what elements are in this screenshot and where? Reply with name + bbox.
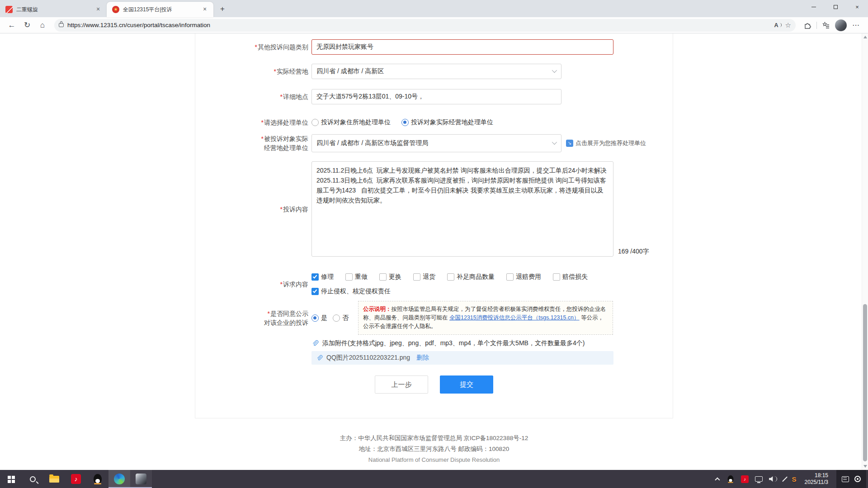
action-center-icon[interactable]: [842, 476, 849, 482]
recommend-handler-hint[interactable]: ↘ 点击展开为您推荐处理单位: [566, 139, 646, 147]
complaint-form: *其他投诉问题类别 无原因封禁玩家账号 *实际经营地 四川省 / 成都市 / 高…: [195, 33, 673, 418]
address-bar[interactable]: https://www.12315.cn/cuser/portal/tscase…: [54, 19, 796, 32]
close-button[interactable]: ×: [846, 0, 868, 14]
checkbox-icon[interactable]: [345, 273, 353, 281]
maximize-button[interactable]: [825, 0, 846, 14]
extensions-icon[interactable]: [801, 19, 814, 32]
radio-icon[interactable]: [401, 119, 409, 126]
business-place-select[interactable]: 四川省 / 成都市 / 高新区: [311, 64, 561, 79]
publicity-platform-link[interactable]: 全国12315消费投诉信息公示平台（tsgs.12315.cn）: [449, 314, 580, 321]
taskbar-qq[interactable]: [87, 470, 108, 488]
demand-checkbox-replace[interactable]: 更换: [379, 273, 401, 281]
page-footer: 主办：中华人民共和国国家市场监督管理总局 京ICP备18022388号-12 地…: [0, 433, 868, 465]
checkbox-icon[interactable]: [506, 273, 514, 281]
record-target-icon[interactable]: [854, 476, 861, 482]
tab-title: 二重螺旋: [16, 6, 90, 14]
new-tab-button[interactable]: +: [216, 3, 229, 16]
complaint-content-textarea[interactable]: 2025.11.2日晚上6点 玩家上号发现账户被莫名封禁 询问客服未给出合理原因…: [311, 161, 613, 257]
field-label: *被投诉对象实际 经营地处理单位: [195, 134, 311, 152]
browser-toolbar: ← ↻ ⌂ https://www.12315.cn/cuser/portal/…: [0, 17, 868, 33]
profile-avatar[interactable]: [835, 19, 847, 31]
demand-checkbox-repair[interactable]: 修理: [311, 273, 334, 281]
radio-icon[interactable]: [333, 314, 340, 322]
tray-netease-icon[interactable]: ♪: [741, 475, 749, 483]
minimize-button[interactable]: [803, 0, 825, 14]
delete-file-link[interactable]: 删除: [416, 354, 429, 362]
checkbox-icon[interactable]: [311, 273, 319, 281]
start-button[interactable]: [0, 470, 22, 488]
pen-input-icon[interactable]: [782, 476, 788, 482]
checkbox-icon[interactable]: [413, 273, 420, 281]
game-app-icon: [136, 474, 146, 484]
demand-checkbox-stop-infringement[interactable]: 停止侵权、核定侵权责任: [311, 287, 391, 296]
paperclip-icon: [311, 340, 319, 347]
taskbar-edge-browser[interactable]: [108, 470, 130, 488]
publicity-yes-radio[interactable]: 是: [311, 314, 327, 322]
detailed-address-input[interactable]: 交子大道575号2栋13层01、09-10号，: [311, 89, 561, 104]
steam-tool-icon[interactable]: S: [792, 475, 796, 483]
favorites-collections-icon[interactable]: [820, 19, 832, 32]
handler-unit-select[interactable]: 四川省 / 成都市 / 高新区市场监督管理局: [311, 134, 561, 152]
tab-12315-platform[interactable]: ★ 全国12315平台|投诉 ×: [107, 2, 213, 17]
add-attachment-button[interactable]: 添加附件(支持格式jpg、jpeg、png、pdf、mp3、mp4，单个文件最大…: [311, 339, 585, 347]
tab-close-icon[interactable]: ×: [94, 5, 102, 14]
demand-checkbox-redo[interactable]: 重做: [345, 273, 368, 281]
netease-music-icon: ♪: [71, 474, 81, 484]
footer-organizer: 主办：中华人民共和国国家市场监督管理总局 京ICP备18022388号-12: [0, 433, 868, 444]
tab2-favicon: ★: [112, 6, 119, 13]
publicity-no-radio[interactable]: 否: [333, 314, 349, 322]
checkbox-icon[interactable]: [553, 273, 560, 281]
demand-checkbox-return[interactable]: 退货: [413, 273, 435, 281]
tray-expand-chevron-icon[interactable]: [715, 477, 720, 482]
url-text[interactable]: https://www.12315.cn/cuser/portal/tscase…: [67, 22, 771, 28]
attached-file-name: QQ图片20251102203221.png: [326, 354, 410, 362]
demand-checkbox-compensate[interactable]: 赔偿损失: [553, 273, 588, 281]
checkbox-icon[interactable]: [447, 273, 454, 281]
tray-qq-icon[interactable]: [728, 475, 734, 483]
home-button[interactable]: ⌂: [36, 19, 49, 32]
taskbar-clock[interactable]: 18:15 2025/11/3: [803, 472, 830, 486]
checkbox-icon[interactable]: [311, 288, 319, 295]
submit-button[interactable]: 提交: [440, 375, 493, 394]
checkbox-icon[interactable]: [379, 273, 387, 281]
char-counter: 169 /400字: [618, 248, 649, 256]
more-menu-icon[interactable]: ⋯: [849, 21, 863, 29]
demand-checkbox-supplement-quantity[interactable]: 补足商品数量: [447, 273, 495, 281]
scrollbar-thumb[interactable]: [863, 304, 867, 461]
qq-penguin-icon: [94, 474, 102, 484]
field-label: *请选择处理单位: [195, 118, 311, 127]
network-display-icon[interactable]: [755, 476, 763, 482]
toolbar-divider: [816, 22, 817, 29]
tab-duet-night-abyss[interactable]: 二重螺旋 ×: [0, 2, 107, 17]
expand-icon[interactable]: ↘: [566, 140, 573, 147]
taskbar-file-explorer[interactable]: [43, 470, 65, 488]
read-aloud-icon[interactable]: A: [774, 22, 782, 28]
field-label: *诉求内容: [195, 280, 311, 289]
field-label: *是否同意公示 对该企业的投诉: [195, 309, 311, 327]
scroll-up-arrow-icon[interactable]: [863, 36, 867, 38]
vertical-scrollbar[interactable]: [862, 33, 868, 470]
tab-title: 全国12315平台|投诉: [123, 6, 197, 14]
radio-icon[interactable]: [311, 119, 319, 126]
back-button[interactable]: ←: [5, 19, 18, 32]
scroll-down-arrow-icon[interactable]: [863, 465, 867, 468]
search-icon: [30, 476, 36, 482]
radio-business-place-handler[interactable]: 投诉对象实际经营地处理单位: [401, 118, 493, 127]
demand-checkbox-refund[interactable]: 退赔费用: [506, 273, 541, 281]
publicity-notice: 公示说明：按照市场监管总局有关规定，为了督促经营者积极落实消费维权责任，您投诉的…: [358, 301, 613, 335]
site-info-lock-icon[interactable]: [59, 23, 64, 27]
taskbar-search-button[interactable]: [22, 470, 43, 488]
footer-english-title: National Platform of Consumer Dispute Re…: [0, 455, 868, 465]
other-issue-category-input[interactable]: 无原因封禁玩家账号: [311, 39, 613, 55]
refresh-button[interactable]: ↻: [21, 19, 33, 32]
volume-icon[interactable]: [769, 475, 778, 483]
taskbar-game-app[interactable]: [130, 470, 152, 488]
radio-residence-handler[interactable]: 投诉对象住所地处理单位: [311, 118, 391, 127]
windows-taskbar: ♪ ♪ S 18:15 2025/11/3: [0, 470, 868, 488]
tab-close-icon[interactable]: ×: [201, 5, 209, 14]
tab1-favicon: [5, 6, 13, 13]
radio-icon[interactable]: [311, 314, 319, 322]
previous-step-button[interactable]: 上一步: [375, 375, 428, 394]
favorite-star-icon[interactable]: ☆: [785, 21, 791, 29]
taskbar-netease-music[interactable]: ♪: [65, 470, 87, 488]
